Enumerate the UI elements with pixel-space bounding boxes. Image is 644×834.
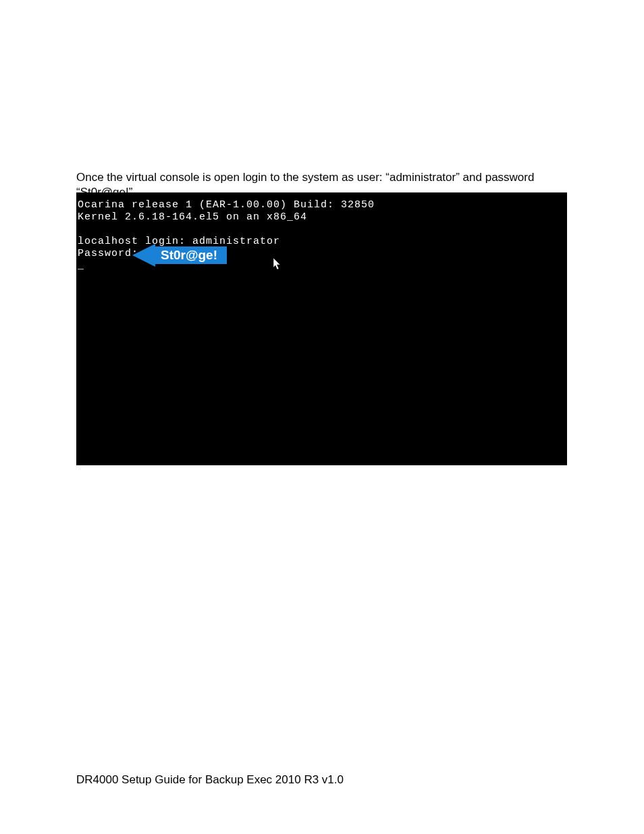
footer-text: DR4000 Setup Guide for Backup Exec 2010 … bbox=[76, 773, 344, 787]
password-callout-arrow: St0r@ge! bbox=[132, 245, 227, 265]
console-line: Ocarina release 1 (EAR-1.00.00) Build: 3… bbox=[78, 199, 567, 211]
callout-label: St0r@ge! bbox=[155, 246, 227, 264]
console-screenshot: Ocarina release 1 (EAR-1.00.00) Build: 3… bbox=[76, 192, 567, 465]
console-blank-line bbox=[78, 224, 567, 236]
arrow-left-icon bbox=[132, 244, 155, 267]
console-line: Kernel 2.6.18-164.el5 on an x86_64 bbox=[78, 211, 567, 224]
mouse-cursor-icon bbox=[273, 258, 281, 270]
document-page: Once the virtual console is open login t… bbox=[0, 0, 644, 834]
